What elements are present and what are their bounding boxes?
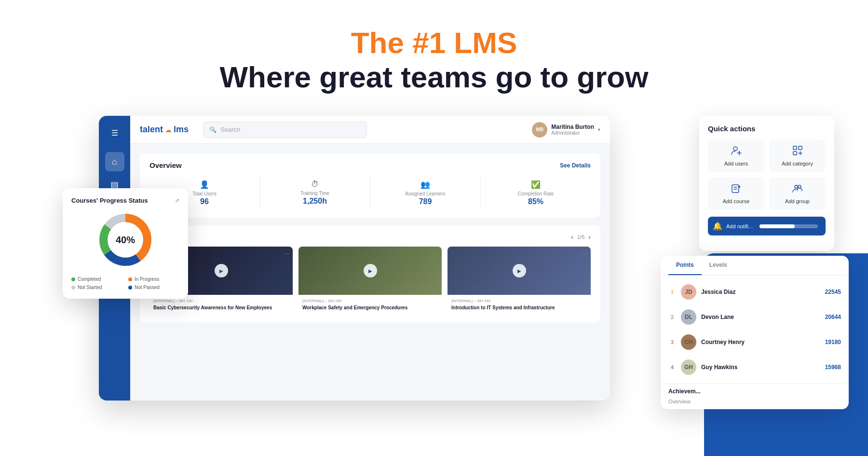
legend: Completed In Progress Not Started Not Pa… xyxy=(71,276,179,290)
lb-points-3: 19180 xyxy=(825,339,841,345)
next-page-button[interactable]: › xyxy=(588,233,591,241)
lb-avatar-2: DL xyxy=(681,309,696,325)
lb-points-2: 20644 xyxy=(825,314,841,320)
legend-dot-notpassed xyxy=(128,286,132,290)
add-category-icon xyxy=(792,145,803,158)
course-name-1: Basic Cybersecurity Awareness for New Em… xyxy=(153,304,289,311)
overview-header: Overview See Details xyxy=(149,161,591,169)
course-tag-2: [INTERNAL] – SKI 240 xyxy=(302,299,438,303)
add-course-button[interactable]: Add course xyxy=(708,177,764,210)
progress-card: Courses' Progress Status ↗ 40% xyxy=(63,188,188,299)
hero-line1: The #1 LMS xyxy=(0,27,868,59)
notification-row[interactable]: 🔔 Add notifi... xyxy=(708,217,826,235)
quick-actions-panel: Quick actions Add users xyxy=(699,116,834,251)
user-area: MB Maritina Burton Administrator ▾ xyxy=(532,122,600,138)
play-button-3[interactable]: ▶ xyxy=(513,264,526,277)
leaderboard-card: Points Levels 1 JD Jessica Diaz 22545 2 … xyxy=(661,256,849,409)
leaderboard-tabs: Points Levels xyxy=(661,256,849,276)
quick-actions-title: Quick actions xyxy=(708,124,826,133)
lb-name-2: Devon Lane xyxy=(701,314,820,320)
play-button-2[interactable]: ▶ xyxy=(364,264,377,277)
legend-label-notstarted: Not Started xyxy=(78,285,102,290)
donut-center-value: 40% xyxy=(116,235,135,246)
activity-section: e Activity ↗ ‹ 1/5 › ▶ ··· [INTERNAL] – … xyxy=(140,225,600,322)
qa-grid: Add users Add category xyxy=(708,139,826,210)
page-indicator: 1/5 xyxy=(577,234,584,240)
progress-external-link-icon[interactable]: ↗ xyxy=(175,197,179,204)
course-tag-3: [INTERNAL] – SKI 340 xyxy=(451,299,587,303)
course-info-3: [INTERNAL] – SKI 340 Introduction to IT … xyxy=(448,295,591,315)
course-more-menu-1[interactable]: ··· xyxy=(284,249,290,257)
avatar-initials: MB xyxy=(536,127,544,132)
lb-row-2: 2 DL Devon Lane 20644 xyxy=(661,304,849,330)
user-info: Maritina Burton Administrator xyxy=(551,124,594,136)
play-button-1[interactable]: ▶ xyxy=(215,264,228,277)
legend-dot-notstarted xyxy=(71,286,75,290)
overview-title: Overview xyxy=(149,161,182,169)
course-card-3[interactable]: ▶ ··· [INTERNAL] – SKI 340 Introduction … xyxy=(448,247,591,315)
lb-points-1: 22545 xyxy=(825,289,841,295)
svg-rect-5 xyxy=(793,152,797,155)
stat-learners-value: 789 xyxy=(419,197,432,206)
add-group-button[interactable]: Add group xyxy=(769,177,826,210)
lb-name-3: Courtney Henry xyxy=(701,339,820,345)
search-placeholder: Search xyxy=(220,126,240,133)
logo-lms: lms xyxy=(174,124,189,135)
stat-time-label: Training Time xyxy=(300,191,329,196)
lb-points-4: 15968 xyxy=(825,364,841,371)
svg-point-13 xyxy=(795,185,798,188)
add-users-button[interactable]: Add users xyxy=(708,139,764,172)
hero-section: The #1 LMS Where great teams go to grow xyxy=(0,0,868,96)
stats-row: 👤 Total Users 96 ⏱ Training Time 1,250h … xyxy=(149,176,591,210)
progress-card-title: Courses' Progress Status xyxy=(71,197,148,204)
search-icon: 🔍 xyxy=(209,126,217,133)
notification-text: Add notifi... xyxy=(726,223,753,229)
course-card-2[interactable]: ▶ ··· [INTERNAL] – SKI 240 Workplace Saf… xyxy=(298,247,442,315)
logo-cloud-icon: ☁ xyxy=(165,126,172,134)
logo-talent: talent xyxy=(140,124,163,135)
legend-inprogress: In Progress xyxy=(128,276,179,282)
sidebar-home-icon[interactable]: ⌂ xyxy=(105,152,124,171)
course-name-3: Introduction to IT Systems and Infrastru… xyxy=(451,304,587,311)
user-name: Maritina Burton xyxy=(551,124,594,130)
stat-users-label: Total Users xyxy=(192,191,217,196)
course-info-2: [INTERNAL] – SKI 240 Workplace Safety an… xyxy=(298,295,442,315)
see-details-link[interactable]: See Details xyxy=(560,162,591,169)
legend-completed: Completed xyxy=(71,276,122,282)
legend-label-inprogress: In Progress xyxy=(135,276,159,282)
main-content: Overview See Details 👤 Total Users 96 ⏱ … xyxy=(130,144,610,401)
stat-users-icon: 👤 xyxy=(200,180,209,189)
course-more-menu-2[interactable]: ··· xyxy=(433,249,439,257)
tab-levels[interactable]: Levels xyxy=(702,256,735,275)
lb-row-4: 4 GH Guy Hawkins 15968 xyxy=(661,355,849,380)
lb-rank-4: 4 xyxy=(668,364,676,370)
stat-learners-label: Assigned Learners xyxy=(405,191,445,196)
legend-label-completed: Completed xyxy=(78,276,101,282)
add-group-icon xyxy=(792,183,803,196)
lb-row-1: 1 JD Jessica Diaz 22545 xyxy=(661,279,849,304)
stat-time-icon: ⏱ xyxy=(311,180,319,189)
legend-notpassed: Not Passed xyxy=(128,285,179,290)
sidebar-menu-icon[interactable]: ☰ xyxy=(105,123,124,142)
tab-points[interactable]: Points xyxy=(668,256,702,275)
stat-users-value: 96 xyxy=(200,197,209,206)
achievements-overview: Overview xyxy=(661,399,849,409)
overview-card: Overview See Details 👤 Total Users 96 ⏱ … xyxy=(140,153,600,218)
legend-dot-completed xyxy=(71,277,75,281)
topbar: talent ☁ lms 🔍 Search MB Maritina Burton… xyxy=(130,116,610,144)
course-thumb-3: ▶ xyxy=(448,247,591,295)
legend-label-notpassed: Not Passed xyxy=(135,285,160,290)
search-bar[interactable]: 🔍 Search xyxy=(203,122,367,138)
lb-name-1: Jessica Diaz xyxy=(701,289,820,295)
course-tag-1: [INTERNAL] – SKI 130 xyxy=(153,299,289,303)
course-cards: ▶ ··· [INTERNAL] – SKI 130 Basic Cyberse… xyxy=(149,247,591,315)
progress-card-header: Courses' Progress Status ↗ xyxy=(71,197,179,204)
lb-row-3: 3 CH Courtney Henry 19180 xyxy=(661,330,849,355)
stat-completion-icon: ✅ xyxy=(531,180,541,189)
lb-rank-3: 3 xyxy=(668,339,676,345)
lb-avatar-3: CH xyxy=(681,334,696,350)
add-category-button[interactable]: Add category xyxy=(769,139,826,172)
course-more-menu-3[interactable]: ··· xyxy=(582,249,588,257)
prev-page-button[interactable]: ‹ xyxy=(571,233,573,241)
donut-chart: 40% xyxy=(96,211,154,269)
